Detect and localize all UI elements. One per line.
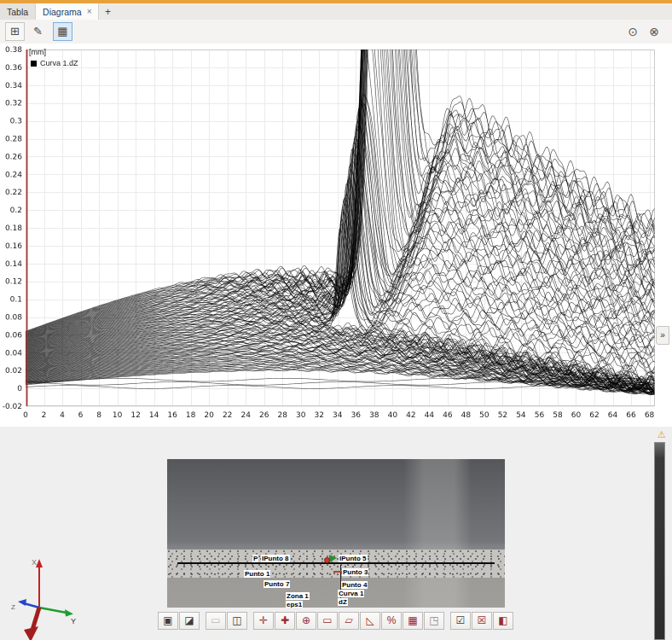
- split-view-icon: ◫: [232, 614, 241, 626]
- fit-content-icon: ⊙: [628, 25, 638, 38]
- specimen-image-view[interactable]: PIPunto 8IPunto 5Punto 1Punto 3Punto 7Pu…: [167, 459, 505, 608]
- top-toolbar: ⊞ ✎ ▦ ⊙ ⊗: [0, 20, 672, 44]
- z-axis-arrow: [18, 599, 26, 606]
- bottom-toolbar: ▣◪▭◫✛✚⊕▭▱◺%▦◳☑☒◧: [158, 611, 514, 631]
- apply-check-icon: ☑: [456, 614, 466, 626]
- expand-panel-button[interactable]: »: [656, 326, 669, 345]
- unit-label: [mm]: [29, 48, 78, 56]
- element-label[interactable]: Punto 7: [264, 580, 290, 588]
- fit-content-button[interactable]: ⊙: [625, 24, 640, 39]
- element-label[interactable]: Punto 3: [342, 568, 368, 576]
- surface-view-icon: ◪: [184, 614, 194, 626]
- diagram-panel: [0, 44, 672, 428]
- application-window: { "window": {"accent_color": "#e8a23c"},…: [0, 0, 672, 640]
- create-angle-button[interactable]: ◺: [360, 612, 380, 630]
- reset-view-icon: ⊗: [649, 25, 659, 38]
- create-line-button[interactable]: ✚: [275, 612, 295, 630]
- add-diagram-button[interactable]: ⊞: [5, 22, 25, 41]
- direction-arrow-icon: [329, 555, 337, 562]
- element-label[interactable]: Punto 1: [244, 570, 270, 578]
- format-style-icon: ✎: [33, 25, 43, 38]
- diagram-plot[interactable]: [0, 44, 672, 427]
- close-tab-icon[interactable]: ×: [87, 8, 92, 16]
- image-mode-icon: ▣: [163, 614, 172, 626]
- create-contour-icon: ▱: [345, 614, 352, 626]
- axes-gizmo[interactable]: X Y Z: [9, 553, 80, 640]
- legend-entry-label: Curva 1.dZ: [40, 59, 78, 67]
- element-label[interactable]: IPunto 5: [339, 555, 368, 562]
- component-split-button[interactable]: ◧: [493, 612, 513, 630]
- create-rectangle-icon: ▭: [322, 614, 332, 626]
- cursor-select-button[interactable]: ▭: [206, 612, 226, 630]
- create-percent-icon: %: [387, 614, 397, 626]
- y-axis-arrow: [65, 609, 73, 617]
- delete-element-icon: ☒: [478, 614, 487, 626]
- create-point-icon: ✛: [259, 614, 268, 626]
- reset-view-button[interactable]: ⊗: [646, 24, 662, 39]
- fit-view-icon: ◳: [429, 614, 438, 626]
- tab-tabla-label: Tabla: [7, 7, 28, 17]
- tab-diagrama-label: Diagrama: [43, 7, 82, 17]
- chart-legend: [mm] Curva 1.dZ: [29, 48, 78, 67]
- create-rectangle-button[interactable]: ▭: [317, 612, 338, 630]
- image-mode-button[interactable]: ▣: [158, 612, 178, 630]
- legend-swatch: [31, 61, 37, 67]
- create-line-icon: ✚: [281, 614, 289, 626]
- cursor-select-icon: ▭: [211, 614, 220, 626]
- element-label[interactable]: P: [252, 555, 258, 562]
- delete-element-button[interactable]: ☒: [472, 612, 492, 630]
- z-axis-label: Z: [11, 603, 15, 611]
- create-marker-button[interactable]: ⊕: [296, 612, 316, 630]
- y-axis-label: Y: [71, 617, 76, 625]
- specimen-edge-line: [177, 562, 495, 564]
- create-marker-icon: ⊕: [302, 614, 310, 626]
- element-label[interactable]: Punto 4: [341, 581, 368, 589]
- add-diagram-icon: ⊞: [10, 25, 20, 38]
- create-grid-icon: ▦: [408, 614, 417, 626]
- component-split-icon: ◧: [498, 614, 507, 626]
- view-axis-arrow: [24, 626, 38, 640]
- create-grid-button[interactable]: ▦: [403, 612, 423, 630]
- split-view-button[interactable]: ◫: [227, 612, 247, 630]
- warning-icon[interactable]: ⚠: [658, 429, 666, 440]
- apply-check-button[interactable]: ☑: [450, 612, 471, 630]
- diagram-options-button[interactable]: ▦: [53, 22, 72, 41]
- x-axis-label: X: [32, 558, 37, 567]
- format-style-button[interactable]: ✎: [28, 22, 48, 41]
- tab-bar: Tabla Diagrama × +: [0, 3, 672, 20]
- create-angle-icon: ◺: [366, 614, 374, 626]
- stage-slider[interactable]: [654, 442, 665, 640]
- element-label[interactable]: Zona 1: [286, 592, 310, 600]
- create-point-button[interactable]: ✛: [253, 612, 274, 630]
- element-label[interactable]: IPunto 8: [261, 555, 290, 562]
- create-percent-button[interactable]: %: [381, 612, 402, 630]
- element-label[interactable]: Curva 1: [338, 590, 364, 597]
- tab-diagrama[interactable]: Diagrama ×: [36, 3, 99, 20]
- surface-view-button[interactable]: ◪: [179, 612, 200, 630]
- tab-tabla[interactable]: Tabla: [0, 3, 36, 20]
- create-contour-button[interactable]: ▱: [339, 612, 359, 630]
- element-label[interactable]: dZ: [338, 598, 348, 606]
- measure-point-icon: [324, 557, 330, 563]
- fit-view-button[interactable]: ◳: [424, 612, 444, 630]
- legend-entry[interactable]: Curva 1.dZ: [29, 59, 78, 67]
- diagram-options-icon: ▦: [57, 25, 67, 38]
- element-label[interactable]: eps1: [286, 601, 303, 608]
- add-tab-button[interactable]: +: [99, 3, 116, 20]
- x-axis-arrow: [36, 559, 43, 567]
